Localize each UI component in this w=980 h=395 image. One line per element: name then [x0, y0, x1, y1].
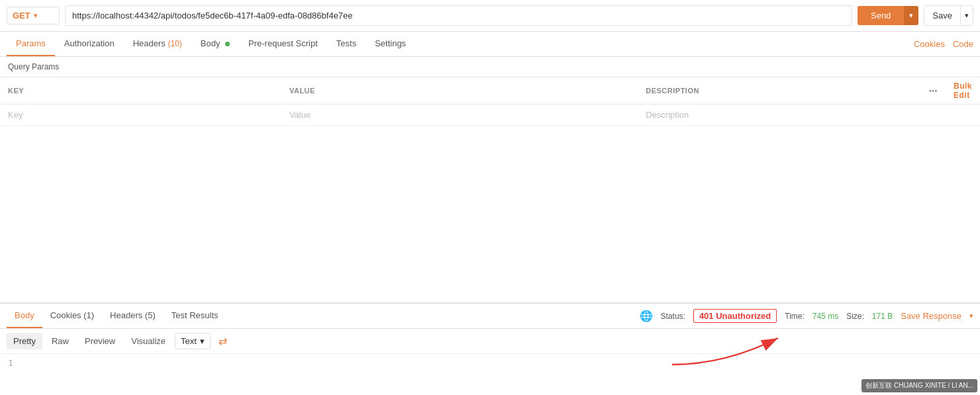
text-dropdown-chevron-icon: ▾	[200, 336, 205, 346]
method-label: GET	[13, 11, 30, 21]
response-tab-body[interactable]: Body	[7, 304, 42, 328]
format-tab-pretty[interactable]: Pretty	[7, 333, 42, 349]
format-tab-preview[interactable]: Preview	[78, 333, 122, 349]
time-value: 745 ms	[812, 312, 838, 321]
col-header-key: KEY	[0, 77, 281, 105]
tab-headers[interactable]: Headers (10)	[124, 32, 191, 56]
cookies-link[interactable]: Cookies	[914, 39, 945, 49]
col-header-description: DESCRIPTION	[638, 77, 921, 105]
line-number-1: 1	[8, 358, 13, 368]
time-label: Time:	[785, 312, 805, 321]
bulk-edit-button[interactable]: Bulk Edit	[954, 81, 972, 100]
url-input[interactable]	[65, 5, 852, 26]
body-dot-icon	[225, 42, 230, 46]
description-cell: Description	[638, 105, 921, 126]
watermark: 创新互联 CHIJANG XINITE / LI AN...	[861, 379, 977, 392]
tab-body[interactable]: Body	[191, 32, 239, 56]
row-actions	[921, 105, 946, 126]
response-meta: 🌐 Status: 401 Unauthorized Time: 745 ms …	[640, 309, 973, 323]
response-tab-headers[interactable]: Headers (5)	[102, 304, 164, 328]
headers-badge: (10)	[168, 39, 181, 48]
key-cell: Key	[0, 105, 281, 126]
request-tabs-row: Params Authorization Headers (10) Body P…	[0, 32, 980, 57]
key-placeholder[interactable]: Key	[8, 110, 23, 120]
request-section: Query Params KEY VALUE DESCRIPTION ••• B…	[0, 57, 980, 302]
tab-params[interactable]: Params	[7, 32, 55, 56]
response-section: Body Cookies (1) Headers (5) Test Result…	[0, 302, 980, 395]
status-label: Status:	[661, 312, 685, 321]
save-dropdown-button[interactable]: ▾	[960, 6, 973, 25]
send-button-group: Send ▾	[858, 6, 918, 25]
col-header-value: VALUE	[281, 77, 638, 105]
save-button[interactable]: Save	[924, 6, 960, 25]
text-type-label: Text	[181, 336, 197, 346]
row-extra	[946, 105, 980, 126]
response-tab-cookies[interactable]: Cookies (1)	[42, 304, 102, 328]
value-placeholder[interactable]: Value	[289, 110, 311, 120]
size-label: Size:	[846, 312, 864, 321]
more-options-icon[interactable]: •••	[929, 87, 938, 95]
globe-icon: 🌐	[640, 310, 653, 322]
tab-pre-request-script[interactable]: Pre-request Script	[239, 32, 327, 56]
code-link[interactable]: Code	[953, 39, 973, 49]
response-tabs-row: Body Cookies (1) Headers (5) Test Result…	[0, 304, 980, 329]
format-tab-raw[interactable]: Raw	[45, 333, 75, 349]
save-response-chevron-icon[interactable]: ▾	[969, 312, 973, 320]
response-body-content: 1	[0, 354, 980, 372]
save-response-button[interactable]: Save Response	[901, 311, 961, 321]
tab-tests[interactable]: Tests	[327, 32, 366, 56]
format-tab-visualize[interactable]: Visualize	[124, 333, 172, 349]
send-dropdown-button[interactable]: ▾	[904, 6, 918, 25]
url-bar: GET ▾ Send ▾ Save ▾	[0, 0, 980, 32]
value-cell: Value	[281, 105, 638, 126]
save-button-group: Save ▾	[924, 5, 973, 26]
method-select[interactable]: GET ▾	[7, 7, 60, 24]
size-value: 171 B	[872, 312, 893, 321]
query-params-label: Query Params	[0, 57, 980, 77]
wrap-icon[interactable]: ⇄	[219, 335, 227, 347]
description-placeholder[interactable]: Description	[646, 110, 689, 120]
tab-authorization[interactable]: Authorization	[55, 32, 124, 56]
status-value: 401 Unauthorized	[693, 309, 777, 323]
main-layout: GET ▾ Send ▾ Save ▾ Params Authorization…	[0, 0, 980, 395]
table-row: Key Value Description	[0, 105, 980, 126]
col-header-actions: •••	[921, 77, 946, 105]
method-chevron-icon: ▾	[34, 12, 37, 19]
top-right-links: Cookies Code	[914, 39, 973, 49]
tab-settings[interactable]: Settings	[366, 32, 415, 56]
params-table: KEY VALUE DESCRIPTION ••• Bulk Edit Key	[0, 77, 980, 126]
text-type-select[interactable]: Text ▾	[175, 333, 211, 349]
send-button[interactable]: Send	[858, 6, 904, 25]
response-tab-test-results[interactable]: Test Results	[164, 304, 226, 328]
format-tabs-row: Pretty Raw Preview Visualize Text ▾ ⇄	[0, 329, 980, 354]
bulk-edit-col: Bulk Edit	[946, 77, 980, 105]
